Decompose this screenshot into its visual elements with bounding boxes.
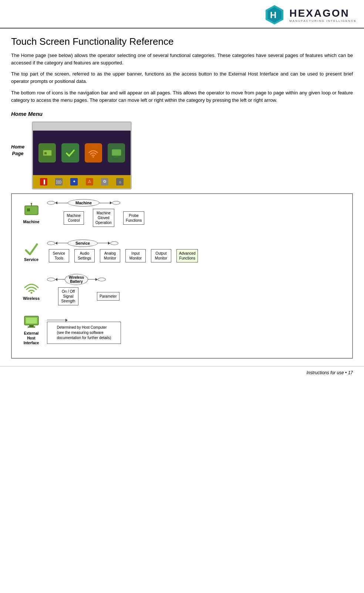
- svg-point-14: [30, 292, 32, 294]
- service-category-row: Service Service Servi: [16, 236, 348, 266]
- wireless-oval-right: [98, 278, 106, 281]
- svg-rect-7: [112, 149, 121, 156]
- service-category-icon-area: Service: [16, 240, 47, 262]
- screen-machine-icon: [38, 143, 56, 163]
- paragraph-2: The top part of the screen, referred to …: [11, 70, 353, 85]
- wireless-flow-top: WirelessBattery: [47, 274, 106, 285]
- service-icon: [23, 240, 40, 256]
- host-computer-note-box: Determined by Host Computer(see the meas…: [47, 322, 121, 344]
- service-flow-area: Service ServiceTools AudioSettings Analo…: [47, 239, 348, 262]
- nav-settings-icon: ⚙: [101, 178, 108, 185]
- logo-area: H HEXAGON MANUFACTURING INTELLIGENCE: [263, 4, 357, 26]
- machine-center-oval: Machine: [68, 199, 100, 207]
- machine-label: Machine: [23, 220, 39, 224]
- service-flow-top: Service: [47, 239, 118, 247]
- page-footer: Instructions for use • 17: [0, 366, 364, 379]
- svg-rect-9: [114, 157, 119, 158]
- wireless-arrow-left: [55, 278, 65, 281]
- svg-text:H: H: [270, 10, 276, 20]
- machine-gloved-box: MachineGlovedOperation: [93, 209, 114, 227]
- wireless-oval-left: [47, 278, 55, 281]
- wireless-label: Wireless: [23, 296, 40, 301]
- home-menu-area: HomePage: [11, 121, 353, 190]
- audio-settings-box: AudioSettings: [74, 249, 95, 262]
- screen-nav-bar: ▐ )))) ✦ ⚠ ⚙ ⌂: [33, 175, 131, 188]
- wireless-category-icon-area: Wireless: [16, 279, 47, 301]
- svg-point-6: [92, 156, 94, 158]
- svg-rect-8: [115, 156, 118, 157]
- output-monitor-box: OutputMonitor: [151, 249, 171, 262]
- screen-wireless-icon: [85, 143, 102, 163]
- main-content: Touch Screen Functionality Reference The…: [0, 29, 364, 366]
- wireless-arrow-right: [88, 278, 98, 281]
- flow-diagram-container: Machine Machine: [11, 193, 353, 359]
- machine-icon: [23, 202, 40, 218]
- screen-top-bar: [33, 123, 131, 131]
- machine-arrow-left: [55, 201, 68, 204]
- svg-rect-17: [28, 326, 35, 328]
- machine-arrow-right: [100, 201, 112, 204]
- nav-alert-icon: ⚠: [86, 178, 93, 185]
- service-flow-bottom: ServiceTools AudioSettings AnalogMonitor…: [49, 249, 198, 262]
- external-host-label: ExternalHostInterface: [24, 331, 39, 345]
- machine-oval-right: [112, 201, 120, 205]
- svg-rect-18: [26, 318, 37, 324]
- nav-bluetooth-icon: ✦: [70, 178, 78, 185]
- external-host-arrow: [47, 319, 68, 322]
- on-off-signal-box: On / OffSignalStrength: [58, 287, 78, 305]
- page-title: Touch Screen Functionality Reference: [11, 36, 353, 47]
- display-icon: [23, 314, 40, 330]
- svg-point-13: [31, 203, 32, 204]
- input-monitor-box: InputMonitor: [125, 249, 146, 262]
- home-page-label: HomePage: [11, 144, 24, 157]
- machine-category-row: Machine Machine: [16, 198, 348, 228]
- logo-text: HEXAGON MANUFACTURING INTELLIGENCE: [289, 7, 357, 23]
- service-oval-right: [110, 241, 118, 245]
- machine-flow-bottom: MachineControl MachineGlovedOperation Pr…: [64, 209, 144, 227]
- svg-rect-11: [27, 208, 30, 211]
- screen-body: [33, 131, 131, 175]
- machine-flow-top: Machine: [47, 199, 120, 207]
- device-screen: ▐ )))) ✦ ⚠ ⚙ ⌂: [32, 121, 132, 190]
- nav-wifi-icon: )))): [55, 178, 63, 185]
- wireless-flow-area: WirelessBattery On / OffSignalStrength P…: [47, 274, 348, 305]
- section-home-menu-heading: Home Menu: [11, 111, 353, 117]
- page-header: H HEXAGON MANUFACTURING INTELLIGENCE: [0, 0, 364, 29]
- external-host-icon-area: ExternalHostInterface: [16, 314, 47, 345]
- machine-control-box: MachineControl: [64, 211, 84, 225]
- wireless-center-oval: WirelessBattery: [65, 274, 88, 285]
- nav-battery-icon: ▐: [40, 178, 47, 185]
- footer-text: Instructions for use • 17: [306, 370, 353, 375]
- screen-ext-icon: [108, 143, 125, 163]
- screen-service-icon: [61, 143, 79, 163]
- brand-sub: MANUFACTURING INTELLIGENCE: [289, 19, 357, 23]
- external-host-category-row: ExternalHostInterface Determined by Host…: [16, 314, 348, 345]
- service-center-oval: Service: [68, 239, 98, 247]
- wireless-category-row: Wireless WirelessBattery: [16, 274, 348, 305]
- machine-flow-area: Machine MachineControl MachineGlovedOper…: [47, 199, 348, 227]
- probe-functions-box: ProbeFunctions: [123, 211, 144, 225]
- service-arrow-right: [98, 242, 110, 245]
- paragraph-1: The Home page (see below) allows the ope…: [11, 52, 353, 67]
- service-oval-left: [47, 241, 55, 245]
- service-arrow-left: [55, 242, 68, 245]
- svg-rect-4: [44, 152, 47, 154]
- wireless-flow-bottom: On / OffSignalStrength Parameter: [58, 287, 119, 305]
- machine-oval-left: [47, 201, 55, 205]
- service-tools-box: ServiceTools: [49, 249, 69, 262]
- advanced-functions-box: AdvancedFunctions: [176, 249, 198, 262]
- paragraph-3: The bottom row of icons is the navigatio…: [11, 89, 353, 104]
- svg-rect-10: [25, 206, 38, 215]
- svg-rect-3: [43, 150, 52, 156]
- hexagon-logo-icon: H: [263, 4, 286, 26]
- service-label: Service: [24, 257, 38, 262]
- parameter-box: Parameter: [97, 292, 119, 301]
- external-host-flow-area: Determined by Host Computer(see the meas…: [47, 315, 348, 344]
- svg-rect-16: [29, 325, 34, 326]
- brand-name: HEXAGON: [289, 7, 350, 19]
- analog-monitor-box: AnalogMonitor: [100, 249, 120, 262]
- machine-category-icon-area: Machine: [16, 202, 47, 224]
- wireless-icon: [23, 279, 40, 295]
- nav-home-icon: ⌂: [116, 178, 124, 185]
